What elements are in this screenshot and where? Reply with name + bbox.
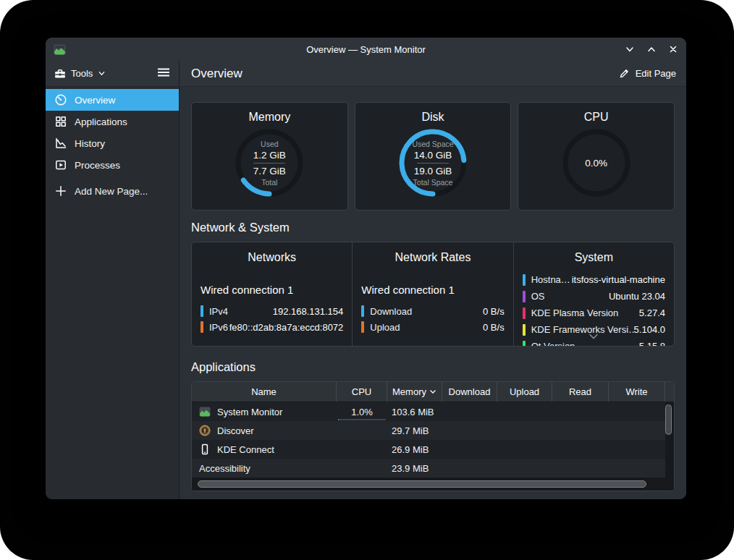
column-header-name[interactable]: Name <box>192 382 337 402</box>
app-memory: 23.9 MiB <box>392 463 429 474</box>
column-header-write[interactable]: Write <box>609 382 665 402</box>
ipv6-row: IPv6 fe80::d2ab:8a7a:eccd:8072 <box>201 319 343 335</box>
window-controls <box>624 38 679 61</box>
sensor-color-swatch <box>523 324 526 336</box>
discover-app-icon <box>199 425 211 436</box>
column-header-memory[interactable]: Memory <box>387 382 442 402</box>
section-heading-network-system: Network & System <box>191 221 675 234</box>
cpu-usage-bar <box>338 419 386 420</box>
content-header: Overview Edit Page <box>180 61 686 87</box>
disk-card-title: Disk <box>421 109 444 125</box>
maximize-button[interactable] <box>646 43 657 55</box>
table-row-kde-connect[interactable]: KDE Connect 26.9 MiB <box>192 440 665 459</box>
sidebar-item-label: Processes <box>75 160 120 171</box>
app-memory: 29.7 MiB <box>392 425 429 436</box>
edit-page-button[interactable]: Edit Page <box>619 68 676 79</box>
content-area: Overview Edit Page Memory <box>180 61 686 499</box>
sidebar: Tools <box>46 61 180 499</box>
column-header-read[interactable]: Read <box>552 382 609 402</box>
ipv4-row: IPv4 192.168.131.154 <box>201 303 343 319</box>
tools-button[interactable]: Tools <box>54 68 106 79</box>
sensor-color-swatch <box>523 291 526 302</box>
horizontal-scrollbar-track <box>192 478 674 491</box>
sidebar-item-processes[interactable]: Processes <box>46 154 179 176</box>
ipv6-label: IPv6 <box>209 322 228 333</box>
table-row-system-monitor[interactable]: System Monitor 1.0% 103.6 MiB <box>192 402 665 421</box>
ipv6-value: fe80::d2ab:8a7a:eccd:8072 <box>229 322 344 333</box>
table-header: Name CPU Memory Download Upload Read <box>192 382 674 402</box>
column-header-cpu[interactable]: CPU <box>337 382 387 402</box>
minimize-button[interactable] <box>624 43 636 55</box>
sensor-color-swatch <box>523 274 526 286</box>
column-header-gutter <box>665 382 674 402</box>
horizontal-scrollbar-thumb[interactable] <box>198 480 646 488</box>
disk-used-value: 14.0 GiB <box>414 149 452 161</box>
download-value: 0 B/s <box>483 306 505 317</box>
vertical-scrollbar-thumb[interactable] <box>665 404 672 435</box>
frameworks-version-label: KDE Frameworks Versi… <box>531 324 634 335</box>
column-header-download[interactable]: Download <box>442 382 497 402</box>
networks-connection-name: Wired connection 1 <box>201 283 343 297</box>
disk-used-label: Used Space <box>412 139 453 149</box>
cpu-usage-value: 0.0% <box>585 157 607 169</box>
ipv4-label: IPv4 <box>209 306 228 317</box>
system-title: System <box>523 250 665 266</box>
section-heading-applications: Applications <box>191 360 675 374</box>
kde-connect-app-icon <box>199 444 211 455</box>
table-row-accessibility[interactable]: Accessibility 23.9 MiB <box>192 459 665 478</box>
sidebar-header: Tools <box>46 61 179 87</box>
disk-total-value: 19.0 GiB <box>414 165 452 177</box>
memory-card-title: Memory <box>248 109 290 125</box>
sort-chevron-down-icon <box>429 389 436 394</box>
chevron-down-icon <box>98 69 106 77</box>
sidebar-item-history[interactable]: History <box>46 132 179 154</box>
close-button[interactable] <box>667 43 679 55</box>
system-monitor-app-icon <box>54 43 66 56</box>
memory-card: Memory Used 1.2 GiB 7.7 GiB <box>191 102 348 211</box>
gauge-divider <box>417 163 449 164</box>
app-memory: 103.6 MiB <box>392 407 434 417</box>
page-title: Overview <box>191 67 242 81</box>
networks-title: Networks <box>201 250 343 266</box>
system-monitor-window: Overview — System Monitor <box>46 38 686 499</box>
cpu-gauge: 0.0% <box>561 127 632 198</box>
processes-icon <box>54 158 67 171</box>
memory-gauge: Used 1.2 GiB 7.7 GiB Total <box>234 127 305 198</box>
sidebar-item-add-new-page[interactable]: Add New Page... <box>46 180 179 202</box>
titlebar[interactable]: Overview — System Monitor <box>46 38 686 61</box>
upload-row: Upload 0 B/s <box>361 319 504 335</box>
column-header-upload[interactable]: Upload <box>497 382 552 402</box>
applications-table: Name CPU Memory Download Upload Read <box>191 381 675 491</box>
sensor-color-swatch <box>361 321 364 333</box>
system-monitor-app-icon <box>199 406 211 417</box>
sidebar-item-label: Overview <box>75 95 115 106</box>
overview-page: Memory Used 1.2 GiB 7.7 GiB <box>180 87 686 499</box>
upload-label: Upload <box>370 322 400 333</box>
tools-label: Tools <box>71 68 93 79</box>
sensor-color-swatch <box>523 341 526 347</box>
os-label: OS <box>531 291 545 302</box>
cpu-card-title: CPU <box>584 109 609 125</box>
disk-total-label: Total Space <box>413 177 453 187</box>
edit-page-label: Edit Page <box>636 68 676 79</box>
network-rates-connection-name: Wired connection 1 <box>361 283 504 297</box>
os-row: OS Ubuntu 23.04 <box>523 288 665 305</box>
plus-icon <box>54 184 67 198</box>
download-row: Download 0 B/s <box>361 303 504 319</box>
app-name: Accessibility <box>199 463 250 474</box>
table-row-discover[interactable]: Discover 29.7 MiB <box>192 421 665 440</box>
hostname-row: Hostna… itsfoss-virtual-machine <box>523 271 665 288</box>
ipv4-value: 192.168.131.154 <box>273 306 344 317</box>
hamburger-menu-button[interactable] <box>156 66 172 81</box>
sidebar-item-overview[interactable]: Overview <box>46 89 179 111</box>
scroll-down-hint-icon[interactable] <box>589 329 599 342</box>
download-label: Download <box>370 306 412 317</box>
hostname-value: itsfoss-virtual-machine <box>572 274 665 285</box>
sensor-color-swatch <box>523 307 526 319</box>
app-cpu: 1.0% <box>351 407 373 417</box>
cpu-card: CPU 0.0% <box>518 102 675 211</box>
sensor-color-swatch <box>201 321 203 333</box>
pencil-icon <box>619 68 630 79</box>
sidebar-item-applications[interactable]: Applications <box>46 111 179 132</box>
screenshot-stage: Overview — System Monitor <box>0 0 734 560</box>
